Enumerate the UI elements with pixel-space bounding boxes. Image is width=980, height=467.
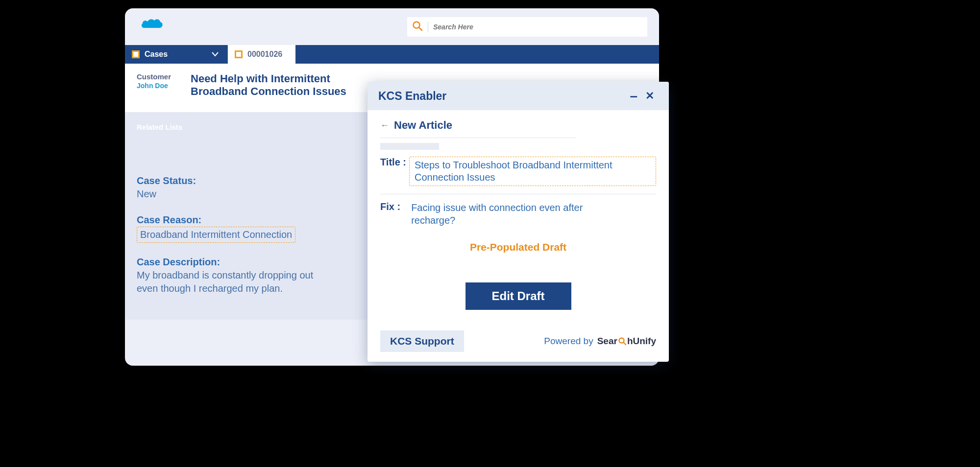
searchunify-logo: Sear hUnify	[597, 336, 656, 347]
case-description-value: My broadband is constantly dropping out …	[137, 269, 333, 295]
article-title-label: Title :	[380, 157, 406, 186]
article-fix-row: Fix : Facing issue with connection even …	[380, 201, 656, 227]
case-reason-highlight: Broadband Intermittent Connection	[137, 227, 295, 243]
powered-by-label: Powered by	[544, 336, 593, 347]
kcs-footer: KCS Support Powered by Sear hUnify	[368, 326, 669, 362]
svg-line-3	[623, 343, 626, 345]
kcs-panel-title: KCS Enabler	[378, 90, 446, 103]
case-number-tab-icon	[235, 50, 243, 58]
kcs-enabler-panel: KCS Enabler – ✕ ← New Article Title : St…	[368, 82, 669, 362]
article-title-highlight: Steps to Troubleshoot Broadband Intermit…	[409, 157, 656, 186]
logo-post: hUnify	[627, 336, 656, 347]
tab-cases[interactable]: Cases	[125, 45, 228, 64]
new-article-row: ← New Article	[380, 119, 576, 138]
customer-label: Customer	[137, 72, 171, 81]
prepopulated-draft-label: Pre-Populated Draft	[380, 241, 656, 253]
magnifier-icon	[618, 337, 627, 346]
salesforce-cloud-icon	[141, 18, 165, 36]
kcs-panel-header: KCS Enabler – ✕	[368, 82, 669, 110]
chevron-down-icon	[212, 50, 219, 59]
customer-block: Customer John Doe	[137, 72, 171, 98]
tabs-bar: Cases 00001026	[125, 45, 659, 64]
new-article-heading: New Article	[394, 119, 452, 132]
logo-pre: Sear	[597, 336, 617, 347]
article-title-value: Steps to Troubleshoot Broadband Intermit…	[415, 160, 612, 183]
minimize-icon[interactable]: –	[626, 88, 641, 104]
edit-draft-button[interactable]: Edit Draft	[466, 282, 571, 310]
header-bar	[125, 8, 659, 45]
cases-tab-icon	[132, 50, 140, 58]
global-search[interactable]	[407, 17, 647, 37]
kcs-panel-body: ← New Article Title : Steps to Troublesh…	[368, 110, 669, 326]
customer-name[interactable]: John Doe	[137, 82, 171, 90]
search-input[interactable]	[433, 23, 642, 31]
article-fix-value: Facing issue with connection even after …	[411, 201, 588, 227]
article-fix-label: Fix :	[380, 201, 400, 227]
tab-cases-label: Cases	[145, 50, 168, 59]
salesforce-window: Cases 00001026 Customer John Doe Need He…	[125, 8, 659, 366]
back-arrow-icon[interactable]: ←	[380, 120, 389, 131]
placeholder-bar	[380, 143, 439, 150]
tab-case-number[interactable]: 00001026	[228, 45, 295, 64]
close-icon[interactable]: ✕	[641, 90, 658, 102]
article-title-row: Title : Steps to Troubleshoot Broadband …	[380, 157, 656, 194]
svg-line-1	[419, 27, 422, 30]
tab-case-number-label: 00001026	[247, 50, 282, 59]
search-icon	[412, 21, 423, 33]
search-divider	[428, 22, 428, 32]
powered-by: Powered by Sear hUnify	[544, 336, 656, 347]
kcs-support-button[interactable]: KCS Support	[380, 330, 464, 352]
case-subject: Need Help with Intermittent Broadband Co…	[191, 72, 357, 98]
